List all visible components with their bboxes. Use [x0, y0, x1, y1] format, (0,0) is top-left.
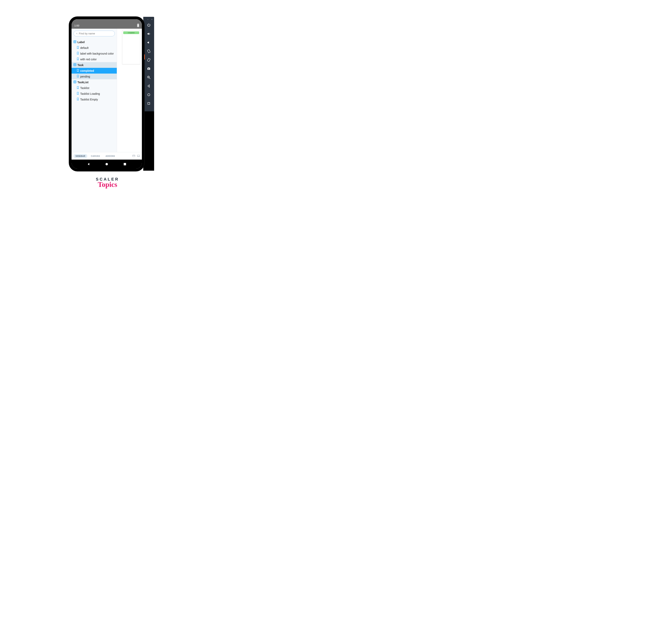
bookmark-icon — [77, 75, 79, 78]
nav-back-icon[interactable] — [147, 84, 151, 88]
component-icon — [74, 40, 76, 44]
svg-point-27 — [106, 163, 108, 165]
phone-power-key — [144, 55, 145, 60]
zoom-icon[interactable] — [147, 75, 151, 80]
group-label[interactable]: Label — [72, 39, 117, 45]
story-task-completed[interactable]: completed — [72, 68, 117, 74]
phone-screen: 1:00 Label — [72, 19, 142, 169]
svg-rect-0 — [147, 49, 150, 53]
svg-rect-28 — [124, 163, 126, 165]
scaler-topics-logo: SCALER Topics — [0, 177, 215, 189]
bookmark-icon — [77, 58, 79, 61]
component-icon — [74, 63, 76, 67]
story-tasklist[interactable]: Tasklist — [72, 85, 117, 91]
story-label-default[interactable]: default — [72, 45, 117, 50]
story-label: with red color — [80, 58, 97, 61]
story-tasklist-empty[interactable]: Tasklist Empty — [72, 97, 117, 102]
nav-home-icon[interactable] — [147, 93, 151, 97]
android-back-icon[interactable] — [87, 162, 91, 166]
emulator-shadow — [143, 111, 154, 171]
svg-line-13 — [77, 34, 78, 34]
story-label: default — [80, 46, 89, 49]
svg-point-12 — [76, 33, 77, 34]
svg-point-2 — [148, 68, 149, 69]
group-task[interactable]: Task — [72, 62, 117, 68]
volume-down-icon[interactable] — [147, 40, 151, 45]
story-label: Tasklist Loading — [80, 92, 100, 95]
rotate-right-icon[interactable] — [147, 58, 151, 62]
search-field[interactable] — [79, 32, 112, 35]
status-time: 1:00 — [74, 24, 79, 27]
android-home-icon[interactable] — [105, 162, 109, 166]
story-label: completed — [80, 69, 94, 72]
volume-up-icon[interactable] — [147, 32, 151, 36]
power-icon[interactable] — [147, 23, 151, 27]
svg-rect-1 — [147, 58, 150, 62]
search-input[interactable] — [74, 31, 115, 36]
android-navbar — [72, 160, 142, 169]
minimize-button[interactable]: − — [147, 18, 148, 21]
tab-canvas[interactable]: CANVAS — [89, 154, 102, 158]
svg-line-4 — [149, 78, 150, 79]
story-tree: Label default label with background colo… — [72, 38, 117, 102]
emulator-control-panel: − × — [143, 17, 154, 112]
svg-rect-23 — [133, 155, 135, 157]
story-label-red[interactable]: with red color — [72, 57, 117, 62]
group-tasklist-title: TaskList — [78, 81, 89, 84]
group-tasklist[interactable]: TaskList — [72, 79, 117, 85]
search-icon — [76, 32, 78, 35]
phone-frame: 1:00 Label — [69, 17, 144, 171]
bookmark-icon — [77, 86, 79, 90]
component-icon — [74, 81, 76, 84]
story-label-bgcolor[interactable]: label with background color — [72, 50, 117, 57]
svg-rect-25 — [137, 155, 140, 157]
completed-badge: Completed — [123, 31, 139, 34]
bookmark-icon — [77, 98, 79, 101]
preview-card: Completed — [122, 30, 140, 64]
android-overview-icon[interactable] — [123, 162, 127, 166]
svg-point-7 — [148, 94, 150, 96]
story-label: pending — [80, 75, 90, 78]
storybook-sidebar: Label default label with background colo… — [72, 29, 117, 152]
emulator-window-controls: − × — [143, 18, 154, 21]
battery-icon — [137, 24, 139, 27]
story-label: Tasklist Empty — [80, 98, 98, 101]
story-label: label with background color — [80, 52, 114, 55]
rotate-left-icon[interactable] — [147, 49, 151, 54]
story-canvas: Completed — [117, 29, 142, 152]
status-bar: 1:00 — [72, 19, 142, 29]
tab-sidebar[interactable]: SIDEBAR — [74, 154, 87, 158]
story-task-pending[interactable]: pending — [72, 74, 117, 79]
bookmark-icon — [77, 46, 79, 49]
bookmark-icon — [77, 92, 79, 95]
logo-line-2: Topics — [0, 180, 215, 189]
story-label: Tasklist — [80, 86, 89, 90]
group-task-title: Task — [78, 64, 84, 67]
panel-tabs: SIDEBAR CANVAS ADDONS — [72, 152, 142, 160]
svg-rect-8 — [148, 102, 150, 104]
camera-icon[interactable] — [147, 67, 151, 71]
group-label-title: Label — [78, 40, 85, 44]
close-button[interactable]: × — [151, 18, 152, 21]
bookmark-icon — [77, 52, 79, 55]
bookmark-icon — [77, 69, 79, 72]
nav-recents-icon[interactable] — [147, 101, 151, 106]
tab-addons[interactable]: ADDONS — [104, 154, 117, 158]
panel-option-1-icon[interactable] — [132, 154, 135, 158]
panel-option-2-icon[interactable] — [137, 154, 140, 158]
story-tasklist-loading[interactable]: Tasklist Loading — [72, 91, 117, 97]
storybook-app: Label default label with background colo… — [72, 29, 142, 152]
